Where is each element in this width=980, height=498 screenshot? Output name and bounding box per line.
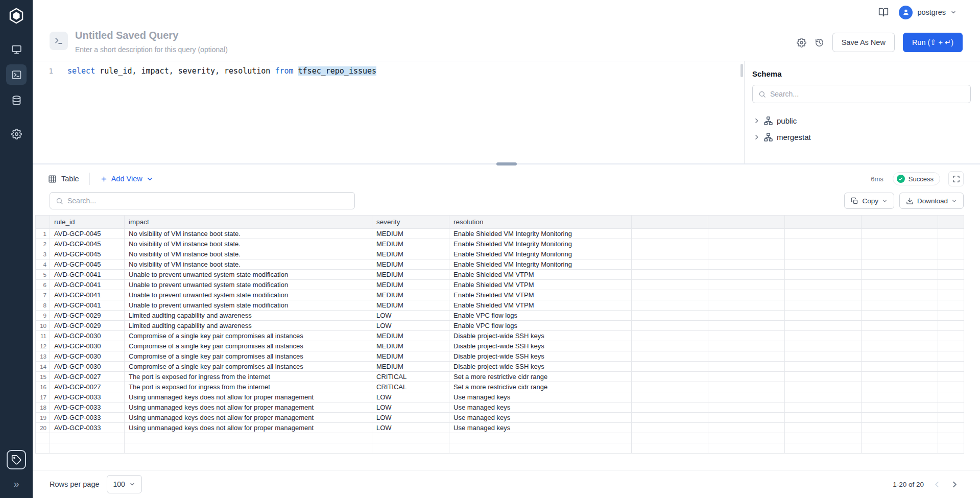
chevron-down-icon xyxy=(129,481,135,487)
row-number: 18 xyxy=(36,402,50,413)
sql-editor[interactable]: 1 select rule_id, impact, severity, reso… xyxy=(33,61,744,163)
table-cell: Use managed keys xyxy=(449,402,632,413)
table-cell-empty xyxy=(708,382,785,392)
table-cell-empty xyxy=(785,280,862,290)
prev-page-button[interactable] xyxy=(932,480,942,489)
table-cell-empty xyxy=(862,362,938,372)
table-cell: AVD-GCP-0045 xyxy=(50,239,125,249)
user-menu[interactable]: postgres xyxy=(899,6,957,19)
table-cell: LOW xyxy=(372,413,449,423)
table-cell: Set a more restrictive cidr range xyxy=(449,372,632,382)
table-cell-empty xyxy=(938,402,964,413)
table-row[interactable]: 10AVD-GCP-0029Limited auditing capabilit… xyxy=(36,321,964,331)
schema-hierarchy-icon xyxy=(763,132,773,142)
copy-button[interactable]: Copy xyxy=(844,193,894,209)
table-cell-empty xyxy=(708,249,785,259)
download-button[interactable]: Download xyxy=(899,193,964,209)
editor-scrollbar[interactable] xyxy=(740,64,743,77)
column-header[interactable]: severity xyxy=(372,216,449,229)
results-search-input[interactable] xyxy=(67,197,349,205)
query-description-placeholder[interactable]: Enter a short description for this query… xyxy=(75,45,228,54)
table-cell-empty xyxy=(125,443,372,454)
table-row[interactable]: 13AVD-GCP-0030Compromise of a single key… xyxy=(36,351,964,362)
table-cell: MEDIUM xyxy=(372,362,449,372)
pane-resizer xyxy=(33,163,980,164)
search-icon xyxy=(758,90,766,98)
table-cell-empty xyxy=(632,311,708,321)
table-row[interactable]: 15AVD-GCP-0027The port is exposed for in… xyxy=(36,372,964,382)
table-cell-empty xyxy=(938,300,964,311)
table-row[interactable]: 17AVD-GCP-0033Using unmanaged keys does … xyxy=(36,392,964,402)
sidebar-item-repos[interactable] xyxy=(6,39,27,59)
table-cell: CRITICAL xyxy=(372,372,449,382)
next-page-button[interactable] xyxy=(950,480,960,489)
sidebar-bottom: » xyxy=(7,450,26,491)
table-cell-empty xyxy=(632,402,708,413)
table-row[interactable]: 18AVD-GCP-0033Using unmanaged keys does … xyxy=(36,402,964,413)
sql-code-line[interactable]: select rule_id, impact, severity, resolu… xyxy=(58,65,376,163)
table-row[interactable]: 20AVD-GCP-0033Using unmanaged keys does … xyxy=(36,423,964,433)
table-cell: No visibility of VM instance boot state. xyxy=(125,229,372,239)
table-row[interactable]: 2AVD-GCP-0045No visibility of VM instanc… xyxy=(36,239,964,249)
docs-button[interactable] xyxy=(878,7,889,17)
add-view-button[interactable]: Add View xyxy=(100,175,154,183)
table-cell-empty xyxy=(785,351,862,362)
table-row[interactable]: 4AVD-GCP-0045No visibility of VM instanc… xyxy=(36,259,964,270)
sidebar-item-settings[interactable] xyxy=(6,124,27,144)
table-cell-empty xyxy=(938,372,964,382)
table-cell: LOW xyxy=(372,311,449,321)
chevron-right-icon xyxy=(753,134,760,140)
row-number: 6 xyxy=(36,280,50,290)
query-title[interactable]: Untitled Saved Query xyxy=(75,30,228,41)
table-row[interactable]: 9AVD-GCP-0029Limited auditing capability… xyxy=(36,311,964,321)
table-cell-empty xyxy=(785,402,862,413)
table-row[interactable]: 19AVD-GCP-0033Using unmanaged keys does … xyxy=(36,413,964,423)
table-row[interactable]: 3AVD-GCP-0045No visibility of VM instanc… xyxy=(36,249,964,259)
table-row[interactable]: 8AVD-GCP-0041Unable to prevent unwanted … xyxy=(36,300,964,311)
column-header[interactable]: resolution xyxy=(449,216,632,229)
sidebar-collapse-button[interactable]: » xyxy=(9,477,23,491)
sidebar-item-usage[interactable] xyxy=(7,450,26,469)
download-icon xyxy=(906,197,914,205)
repos-icon xyxy=(11,44,22,55)
table-cell: MEDIUM xyxy=(372,331,449,341)
table-row[interactable]: 6AVD-GCP-0041Unable to prevent unwanted … xyxy=(36,280,964,290)
column-header[interactable]: rule_id xyxy=(50,216,125,229)
tab-table[interactable]: Table xyxy=(48,175,79,183)
query-duration: 6ms xyxy=(871,175,883,183)
save-as-new-button[interactable]: Save As New xyxy=(832,33,895,52)
table-row[interactable]: 14AVD-GCP-0030Compromise of a single key… xyxy=(36,362,964,372)
table-cell: The port is exposed for ingress from the… xyxy=(125,382,372,392)
table-row[interactable]: 11AVD-GCP-0030Compromise of a single key… xyxy=(36,331,964,341)
rows-per-page-select[interactable]: 100 xyxy=(107,475,142,493)
tab-table-label: Table xyxy=(61,175,79,183)
table-cell-empty xyxy=(938,280,964,290)
table-cell: Enable Shielded VM Integrity Monitoring xyxy=(449,249,632,259)
schema-tree-item-public[interactable]: public xyxy=(752,112,971,129)
query-type-badge xyxy=(50,32,68,50)
column-header[interactable]: impact xyxy=(125,216,372,229)
table-row[interactable]: 16AVD-GCP-0027The port is exposed for in… xyxy=(36,382,964,392)
query-settings-button[interactable] xyxy=(797,38,806,48)
schema-tree-item-mergestat[interactable]: mergestat xyxy=(752,129,971,145)
fullscreen-button[interactable] xyxy=(948,171,964,186)
table-cell-empty xyxy=(862,249,938,259)
mergestat-logo-icon xyxy=(8,7,25,25)
sidebar-item-connections[interactable] xyxy=(6,90,27,110)
mergestat-logo[interactable] xyxy=(7,6,26,26)
table-row[interactable]: 1AVD-GCP-0045No visibility of VM instanc… xyxy=(36,229,964,239)
resize-handle[interactable] xyxy=(496,162,517,165)
table-cell: No visibility of VM instance boot state. xyxy=(125,249,372,259)
table-row[interactable]: 5AVD-GCP-0041Unable to prevent unwanted … xyxy=(36,270,964,280)
table-cell: MEDIUM xyxy=(372,300,449,311)
table-cell: CRITICAL xyxy=(372,382,449,392)
schema-search-input[interactable] xyxy=(770,90,965,98)
table-row[interactable]: 12AVD-GCP-0030Compromise of a single key… xyxy=(36,341,964,351)
table-cell-empty xyxy=(372,433,449,443)
sidebar-item-queries[interactable] xyxy=(6,64,27,85)
table-cell-empty xyxy=(785,423,862,433)
person-icon xyxy=(902,8,910,16)
table-row[interactable]: 7AVD-GCP-0041Unable to prevent unwanted … xyxy=(36,290,964,300)
run-button[interactable]: Run (⇧ + ↵) xyxy=(903,33,963,52)
query-history-button[interactable] xyxy=(815,38,824,48)
